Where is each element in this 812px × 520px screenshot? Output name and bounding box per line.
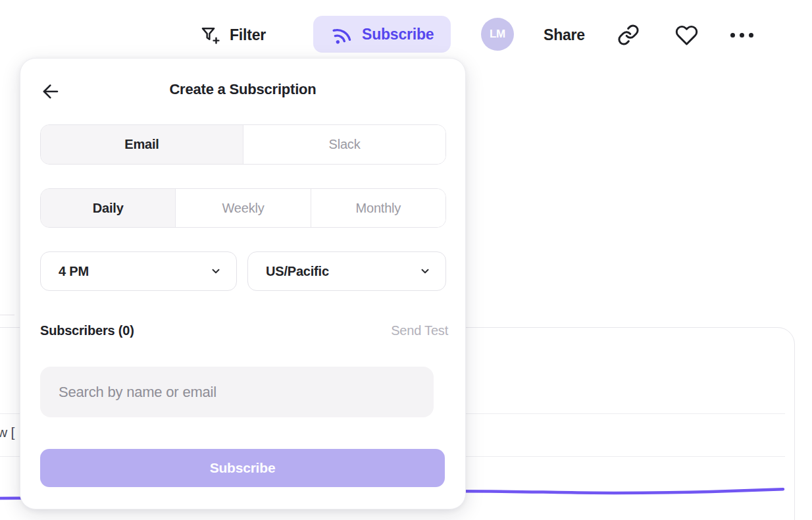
tab-daily[interactable]: Daily (41, 189, 175, 227)
tab-email[interactable]: Email (41, 125, 243, 164)
subscriber-search-input[interactable] (40, 367, 434, 417)
background-divider-fragment (0, 315, 14, 315)
timezone-select[interactable]: US/Pacific (247, 251, 446, 291)
tab-email-label: Email (124, 137, 159, 152)
subscribe-label: Subscribe (362, 26, 434, 43)
heart-icon (675, 24, 698, 47)
tab-slack-label: Slack (329, 137, 361, 152)
chevron-down-icon (419, 265, 431, 277)
time-select[interactable]: 4 PM (40, 251, 237, 291)
chevron-down-icon (210, 265, 222, 277)
send-test-button[interactable]: Send Test (391, 323, 448, 338)
subscribers-count-label: Subscribers (0) (40, 323, 134, 338)
subscribe-toolbar-button[interactable]: Subscribe (313, 16, 451, 53)
create-subscription-modal: Create a Subscription Email Slack Daily … (20, 58, 466, 509)
ellipsis-icon (730, 33, 753, 38)
filter-button[interactable]: Filter (199, 20, 266, 50)
favorite-button[interactable] (675, 24, 698, 47)
frequency-tab-group: Daily Weekly Monthly (40, 188, 446, 228)
subscribe-submit-button[interactable]: Subscribe (40, 449, 445, 487)
more-menu-button[interactable] (730, 33, 753, 38)
tab-monthly[interactable]: Monthly (311, 189, 445, 227)
time-select-value: 4 PM (59, 264, 89, 279)
background-partial-text: w [ (0, 425, 14, 440)
filter-label: Filter (230, 26, 266, 44)
modal-title: Create a Subscription (20, 81, 465, 98)
share-button[interactable]: Share (544, 20, 585, 50)
tab-weekly-label: Weekly (222, 201, 264, 216)
link-icon (617, 24, 640, 46)
tab-monthly-label: Monthly (356, 201, 401, 216)
share-label: Share (544, 26, 585, 44)
rss-icon (328, 20, 355, 48)
subscribers-row: Subscribers (0) Send Test (40, 323, 448, 338)
tab-weekly[interactable]: Weekly (175, 189, 310, 227)
tab-slack[interactable]: Slack (243, 125, 445, 164)
copy-link-button[interactable] (617, 24, 640, 46)
avatar-initials: LM (490, 28, 505, 41)
avatar[interactable]: LM (481, 18, 514, 51)
tab-daily-label: Daily (93, 201, 124, 216)
channel-tab-group: Email Slack (40, 124, 446, 165)
timezone-select-value: US/Pacific (266, 264, 329, 279)
funnel-plus-icon (199, 24, 220, 45)
